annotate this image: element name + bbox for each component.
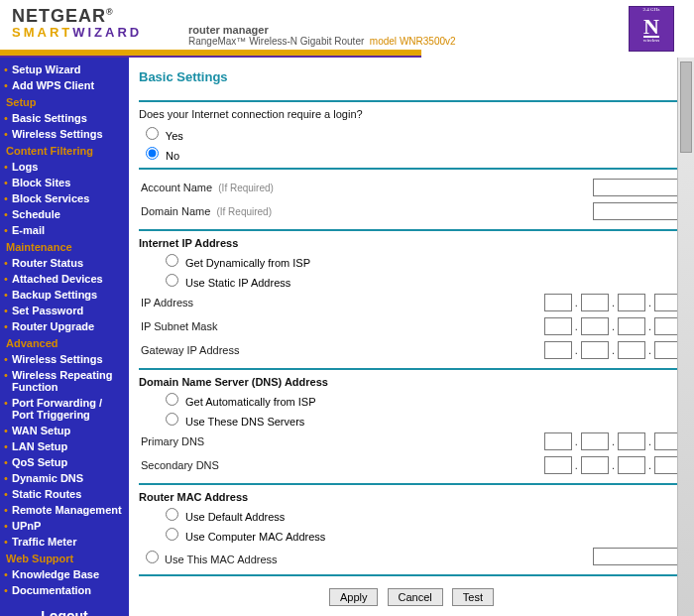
dns-section-header: Domain Name Server (DNS) Address: [139, 376, 684, 388]
sidebar-item-setup-wizard[interactable]: Setup Wizard: [0, 62, 129, 77]
mac-default-radio[interactable]: [166, 508, 178, 521]
login-yes-row[interactable]: Yes: [141, 124, 684, 142]
apply-button[interactable]: Apply: [329, 588, 379, 606]
sidebar-item-documentation[interactable]: Documentation: [0, 582, 129, 598]
sidebar-item-wireless-settings[interactable]: Wireless Settings: [0, 126, 129, 142]
sidebar-item-knowledge-base[interactable]: Knowledge Base: [0, 566, 129, 582]
sdns-1[interactable]: [544, 456, 572, 474]
sidebar-item-traffic-meter[interactable]: Traffic Meter: [0, 534, 129, 550]
sidebar-item-wireless-settings[interactable]: Wireless Settings: [0, 351, 129, 367]
sidebar-section-maintenance: Maintenance: [0, 238, 129, 255]
login-no-label: No: [166, 150, 179, 162]
secondary-dns-label: Secondary DNS: [139, 453, 339, 477]
login-no-radio[interactable]: [146, 147, 159, 160]
sidebar-item-router-upgrade[interactable]: Router Upgrade: [0, 318, 129, 334]
ip-addr-2[interactable]: [581, 294, 609, 311]
sidebar-item-upnp[interactable]: UPnP: [0, 518, 129, 534]
sidebar-item-add-wps-client[interactable]: Add WPS Client: [0, 77, 129, 93]
vertical-scrollbar[interactable]: [677, 58, 694, 616]
ip-dynamic-row[interactable]: Get Dynamically from ISP: [141, 251, 684, 269]
gateway-label: Gateway IP Address: [139, 338, 368, 362]
product-info: router manager RangeMax™ Wireless-N Giga…: [188, 24, 456, 47]
ip-static-label: Use Static IP Address: [185, 277, 290, 289]
mac-this-input[interactable]: [593, 548, 682, 565]
dns-manual-radio[interactable]: [166, 413, 178, 426]
sidebar-item-label: Block Services: [12, 192, 89, 204]
sidebar-item-qos-setup[interactable]: QoS Setup: [0, 454, 129, 470]
account-name-input[interactable]: [593, 179, 682, 196]
sidebar-item-wireless-repeating-function[interactable]: Wireless Repeating Function: [0, 367, 129, 395]
sidebar-section-content-filtering: Content Filtering: [0, 142, 129, 159]
logout-button[interactable]: Logout: [0, 598, 129, 616]
sidebar-item-label: Knowledge Base: [12, 568, 99, 580]
secondary-dns-input-group: ...: [339, 453, 684, 477]
primary-dns-label: Primary DNS: [139, 430, 339, 453]
sidebar-item-basic-settings[interactable]: Basic Settings: [0, 110, 129, 126]
sidebar-item-wan-setup[interactable]: WAN Setup: [0, 423, 129, 438]
sidebar-item-label: Setup Wizard: [12, 63, 81, 75]
sidebar-section-setup: Setup: [0, 93, 129, 110]
ip-address-input-group: ...: [368, 291, 684, 314]
sidebar-item-backup-settings[interactable]: Backup Settings: [0, 287, 129, 303]
primary-dns-input-group: ...: [339, 430, 684, 453]
sidebar-item-set-password[interactable]: Set Password: [0, 303, 129, 318]
sidebar-item-static-routes[interactable]: Static Routes: [0, 486, 129, 502]
sidebar-section-advanced: Advanced: [0, 334, 129, 351]
mac-computer-row[interactable]: Use Computer MAC Address: [141, 525, 684, 543]
sidebar-item-label: Schedule: [12, 208, 60, 220]
login-question: Does your Internet connection require a …: [139, 108, 684, 120]
ip-addr-1[interactable]: [544, 294, 572, 311]
domain-name-input[interactable]: [593, 202, 682, 220]
mac-default-label: Use Default Address: [185, 511, 285, 523]
scrollbar-thumb[interactable]: [680, 62, 692, 153]
sidebar-item-block-sites[interactable]: Block Sites: [0, 175, 129, 190]
ip-addr-3[interactable]: [618, 294, 645, 311]
sidebar-item-lan-setup[interactable]: LAN Setup: [0, 438, 129, 454]
ip-dynamic-label: Get Dynamically from ISP: [185, 257, 310, 269]
page-title: Basic Settings: [139, 69, 684, 84]
ip-dynamic-radio[interactable]: [166, 254, 178, 267]
subnet-3[interactable]: [618, 317, 645, 335]
dns-auto-radio[interactable]: [166, 393, 178, 406]
pdns-3[interactable]: [618, 432, 645, 450]
sidebar-item-schedule[interactable]: Schedule: [0, 206, 129, 222]
sidebar-item-router-status[interactable]: Router Status: [0, 255, 129, 271]
sidebar-item-attached-devices[interactable]: Attached Devices: [0, 271, 129, 287]
sidebar-item-port-forwarding-port-triggering[interactable]: Port Forwarding / Port Triggering: [0, 395, 129, 423]
n-badge-icon: 2.4 GHz N wireless: [629, 6, 674, 52]
domain-name-label: Domain Name (If Required): [139, 199, 463, 223]
mac-computer-radio[interactable]: [166, 528, 178, 541]
gateway-2[interactable]: [581, 341, 609, 359]
sidebar-item-remote-management[interactable]: Remote Management: [0, 502, 129, 518]
pdns-2[interactable]: [581, 432, 609, 450]
content-area: Basic Settings Does your Internet connec…: [129, 58, 694, 616]
login-no-row[interactable]: No: [141, 144, 684, 162]
mac-default-row[interactable]: Use Default Address: [141, 505, 684, 523]
ip-section-header: Internet IP Address: [139, 237, 684, 249]
test-button[interactable]: Test: [452, 588, 494, 606]
account-name-label: Account Name (If Required): [139, 176, 463, 199]
sidebar-section-web-support: Web Support: [0, 550, 129, 566]
login-yes-radio[interactable]: [146, 127, 159, 140]
ip-static-row[interactable]: Use Static IP Address: [141, 271, 684, 289]
action-buttons: Apply Cancel Test: [139, 588, 684, 606]
cancel-button[interactable]: Cancel: [388, 588, 443, 606]
sdns-2[interactable]: [581, 456, 609, 474]
mac-this-radio[interactable]: [146, 551, 159, 563]
subnet-1[interactable]: [544, 317, 572, 335]
sidebar-item-label: WAN Setup: [12, 425, 70, 436]
sidebar-item-logs[interactable]: Logs: [0, 159, 129, 175]
sidebar-item-block-services[interactable]: Block Services: [0, 190, 129, 206]
subnet-2[interactable]: [581, 317, 609, 335]
mac-this-row[interactable]: Use This MAC Address: [139, 545, 467, 568]
sidebar-item-e-mail[interactable]: E-mail: [0, 222, 129, 238]
pdns-1[interactable]: [544, 432, 572, 450]
sdns-3[interactable]: [618, 456, 645, 474]
gateway-3[interactable]: [618, 341, 645, 359]
sidebar-item-dynamic-dns[interactable]: Dynamic DNS: [0, 470, 129, 486]
dns-auto-row[interactable]: Get Automatically from ISP: [141, 390, 684, 408]
gateway-1[interactable]: [544, 341, 572, 359]
sidebar-item-label: Backup Settings: [12, 289, 97, 301]
ip-static-radio[interactable]: [166, 274, 178, 287]
dns-manual-row[interactable]: Use These DNS Servers: [141, 410, 684, 428]
